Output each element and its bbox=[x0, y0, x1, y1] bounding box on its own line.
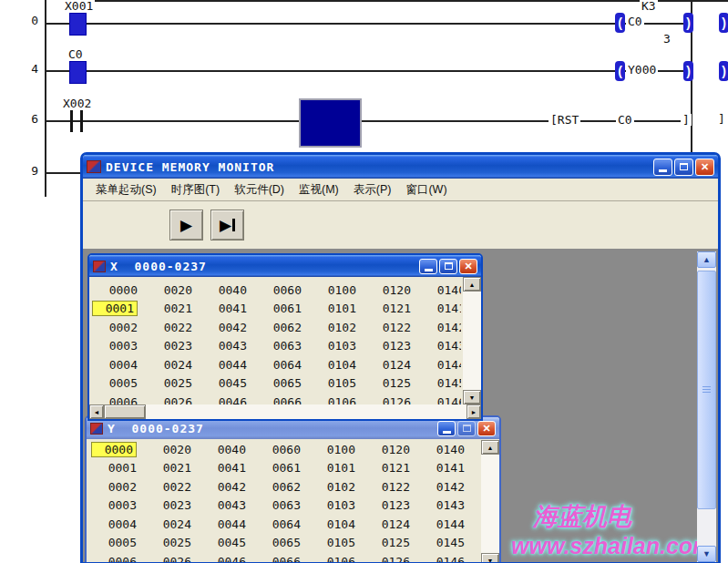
menu-item[interactable]: 时序图(T) bbox=[164, 182, 227, 198]
memory-cell[interactable]: 0045 bbox=[197, 374, 251, 394]
memory-cell[interactable]: 0103 bbox=[305, 496, 360, 516]
memory-cell[interactable]: 0006 bbox=[89, 393, 142, 404]
memory-cell[interactable]: 0141 bbox=[415, 300, 461, 319]
memory-cell[interactable]: 0106 bbox=[305, 552, 360, 562]
memory-cell[interactable]: 0060 bbox=[251, 440, 305, 459]
y-vertical-scrollbar[interactable]: ▲ ▼ bbox=[481, 440, 499, 562]
memory-cell[interactable]: 0146 bbox=[415, 393, 461, 404]
memory-cell[interactable]: 0022 bbox=[141, 477, 196, 496]
menu-item[interactable]: 窗口(W) bbox=[398, 182, 454, 198]
scroll-up-button[interactable]: ▲ bbox=[481, 440, 499, 455]
memory-cell[interactable]: 0121 bbox=[360, 459, 415, 478]
memory-cell[interactable]: 0145 bbox=[415, 374, 461, 394]
ladder-cursor[interactable] bbox=[299, 98, 362, 148]
memory-cell[interactable]: 0123 bbox=[360, 496, 415, 516]
memory-cell[interactable]: 0042 bbox=[196, 477, 251, 496]
memory-cell[interactable]: 0000 bbox=[89, 281, 142, 300]
memory-cell[interactable]: 0101 bbox=[305, 459, 360, 478]
memory-cell[interactable]: 0061 bbox=[251, 459, 305, 478]
memory-cell[interactable]: 0026 bbox=[141, 552, 196, 562]
memory-cell[interactable]: 0145 bbox=[415, 534, 469, 553]
memory-cell[interactable]: 0120 bbox=[361, 281, 415, 300]
menu-item[interactable]: 表示(P) bbox=[346, 182, 399, 198]
memory-cell[interactable]: 0026 bbox=[142, 393, 197, 404]
memory-cell[interactable]: 0104 bbox=[305, 515, 360, 534]
memory-cell[interactable]: 0122 bbox=[360, 477, 415, 496]
memory-cell[interactable]: 0066 bbox=[251, 393, 306, 404]
memory-cell[interactable]: 0104 bbox=[306, 355, 361, 374]
menu-item[interactable]: 软元件(D) bbox=[227, 182, 292, 198]
memory-cell[interactable]: 0044 bbox=[197, 355, 251, 374]
scroll-track[interactable] bbox=[463, 292, 481, 390]
contact-c0[interactable] bbox=[69, 61, 87, 84]
memory-cell[interactable]: 0143 bbox=[415, 496, 469, 516]
memory-cell[interactable]: 0041 bbox=[197, 300, 251, 319]
memory-cell[interactable]: 0101 bbox=[306, 300, 361, 319]
memory-cell[interactable]: 0105 bbox=[305, 534, 360, 553]
memory-cell[interactable]: 0005 bbox=[89, 374, 142, 394]
monitor-vertical-scrollbar[interactable]: ▲ ▼ bbox=[697, 251, 716, 562]
memory-cell[interactable]: 0045 bbox=[196, 534, 251, 553]
memory-cell[interactable]: 0041 bbox=[196, 459, 251, 478]
memory-cell[interactable]: 0123 bbox=[361, 337, 415, 356]
memory-cell[interactable]: 0065 bbox=[251, 374, 306, 394]
memory-cell[interactable]: 0066 bbox=[251, 552, 305, 562]
maximize-button[interactable] bbox=[674, 159, 693, 176]
memory-cell[interactable]: 0000 bbox=[87, 440, 141, 459]
memory-cell[interactable]: 0002 bbox=[89, 318, 142, 337]
memory-cell[interactable]: 0122 bbox=[361, 318, 415, 337]
monitor-start-button[interactable]: ▶ bbox=[169, 210, 203, 241]
memory-cell[interactable]: 0065 bbox=[251, 534, 305, 553]
memory-cell[interactable]: 0025 bbox=[142, 374, 197, 394]
memory-cell[interactable]: 0100 bbox=[305, 440, 360, 459]
memory-cell[interactable]: 0040 bbox=[196, 440, 251, 459]
scroll-thumb[interactable] bbox=[697, 271, 716, 509]
memory-cell[interactable]: 0003 bbox=[87, 496, 141, 516]
memory-cell[interactable]: 0062 bbox=[251, 477, 305, 496]
memory-cell[interactable]: 0046 bbox=[196, 552, 251, 562]
memory-cell[interactable]: 0146 bbox=[415, 552, 469, 562]
memory-cell[interactable]: 0061 bbox=[251, 300, 306, 319]
memory-cell[interactable]: 0024 bbox=[141, 515, 196, 534]
x-horizontal-scrollbar[interactable]: ◄ ► bbox=[89, 404, 481, 419]
memory-cell[interactable]: 0064 bbox=[251, 515, 305, 534]
y-close-button[interactable]: ✕ bbox=[477, 421, 496, 436]
memory-cell[interactable]: 0144 bbox=[415, 515, 469, 534]
memory-cell[interactable]: 0120 bbox=[360, 440, 415, 459]
memory-cell[interactable]: 0144 bbox=[415, 355, 461, 374]
x-maximize-button[interactable] bbox=[439, 259, 457, 274]
memory-cell[interactable]: 0142 bbox=[415, 477, 469, 496]
memory-cell[interactable]: 0004 bbox=[87, 515, 141, 534]
memory-cell[interactable]: 0121 bbox=[361, 300, 415, 319]
scroll-up-button[interactable]: ▲ bbox=[463, 277, 481, 292]
memory-cell[interactable]: 0025 bbox=[141, 534, 196, 553]
scroll-track[interactable] bbox=[697, 268, 716, 546]
memory-cell[interactable]: 0023 bbox=[142, 337, 197, 356]
memory-cell[interactable]: 0002 bbox=[87, 477, 141, 496]
memory-cell[interactable]: 0040 bbox=[197, 281, 251, 300]
coil-c0-open-paren[interactable]: ( bbox=[615, 13, 625, 33]
memory-cell[interactable]: 0043 bbox=[197, 337, 251, 356]
memory-cell[interactable]: 0106 bbox=[306, 393, 361, 404]
memory-cell[interactable]: 0020 bbox=[141, 440, 196, 459]
x-vertical-scrollbar[interactable]: ▲ ▼ bbox=[463, 277, 481, 404]
rst-instruction-open[interactable]: [RST bbox=[549, 114, 580, 126]
memory-cell[interactable]: 0124 bbox=[360, 515, 415, 534]
memory-cell[interactable]: 0063 bbox=[251, 337, 306, 356]
memory-cell[interactable]: 0125 bbox=[361, 374, 415, 394]
memory-cell[interactable]: 0043 bbox=[196, 496, 251, 516]
coil-y000-open-paren[interactable]: ( bbox=[615, 61, 625, 81]
memory-cell[interactable]: 0064 bbox=[251, 355, 306, 374]
memory-cell[interactable]: 0063 bbox=[251, 496, 305, 516]
memory-cell[interactable]: 0062 bbox=[251, 318, 306, 337]
memory-cell[interactable]: 0023 bbox=[141, 496, 196, 516]
x-close-button[interactable]: ✕ bbox=[459, 259, 477, 274]
memory-cell[interactable]: 0141 bbox=[415, 459, 469, 478]
scroll-track[interactable] bbox=[146, 404, 467, 419]
memory-cell[interactable]: 0022 bbox=[142, 318, 197, 337]
scroll-right-button[interactable]: ► bbox=[467, 404, 481, 419]
monitor-step-button[interactable]: ▶ bbox=[210, 210, 244, 241]
memory-cell[interactable]: 0102 bbox=[306, 318, 361, 337]
memory-cell[interactable]: 0003 bbox=[89, 337, 142, 356]
scroll-down-button[interactable]: ▼ bbox=[697, 546, 716, 562]
